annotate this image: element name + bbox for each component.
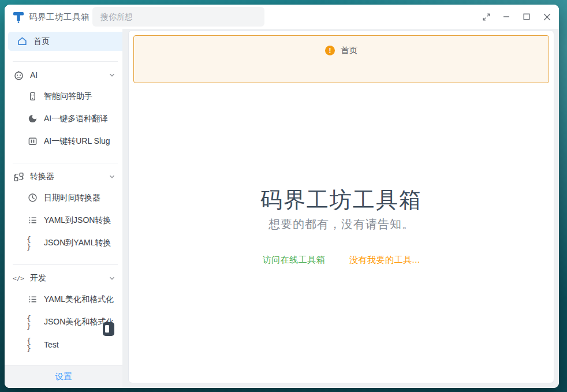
braces-icon: { } [27,237,38,249]
maximize-button[interactable] [521,12,532,22]
minimize-icon [502,13,510,21]
columns-icon [27,136,38,147]
robot-icon [13,69,24,81]
sidebar-item-ai-multilang-translate[interactable]: AI一键多语种翻译 [5,107,122,130]
sidebar-item-label: 首页 [33,36,50,47]
sidebar-item-label: Test [44,340,59,349]
titlebar: 码界工坊工具箱 [5,5,559,29]
sidebar-item-label: 智能问答助手 [44,91,92,102]
sidebar-item-label: YAML到JSON转换 [44,215,111,226]
sidebar-divider [13,61,118,62]
sidebar-item-yaml-to-json[interactable]: YAML到JSON转换 [5,209,122,232]
search-input[interactable] [92,7,264,27]
braces-icon: { } [27,316,38,328]
sidebar-section-converters[interactable]: 转换器 [5,167,122,186]
chevron-down-icon [109,173,115,180]
floating-handle[interactable] [103,322,114,336]
sidebar-item-datetime-converter[interactable]: 日期时间转换器 [5,186,122,209]
missing-tool-link[interactable]: 没有我要的工具... [349,255,420,266]
sidebar-item-home[interactable]: 首页 [8,32,122,51]
chevron-down-icon [109,72,115,79]
sidebar-item-label: 日期时间转换器 [44,193,100,203]
app-logo-icon [13,10,25,24]
hero-section: 码界工坊工具箱 想要的都有，没有请告知。 访问在线工具箱没有我要的工具... [129,31,554,383]
hero-subtitle: 想要的都有，没有请告知。 [129,216,554,232]
sidebar-item-ai-url-slug[interactable]: AI一键转URL Slug [5,130,122,152]
sidebar-divider [13,264,118,265]
sidebar-section-dev[interactable]: </>开发 [5,268,122,288]
settings-label: 设置 [55,371,72,382]
sidebar-section-ai[interactable]: AI [5,65,122,85]
sidebar-item-json-to-yaml[interactable]: { }JSON到YAML转换 [5,232,122,254]
home-icon [16,36,28,47]
sidebar-item-label: JSON到YAML转换 [44,238,111,248]
sidebar-item-label: AI一键多语种翻译 [44,114,108,124]
phone-icon [27,91,38,102]
close-button[interactable] [542,12,552,22]
app-title: 码界工坊工具箱 [29,12,89,23]
hero-title: 码界工坊工具箱 [129,185,554,215]
sidebar-item-label: AI一键转URL Slug [44,136,110,147]
section-label: AI [30,70,38,80]
chevron-down-icon [109,275,115,282]
main-panel: ! 首页 码界工坊工具箱 想要的都有，没有请告知。 访问在线工具箱没有我要的工具… [128,30,554,383]
sidebar: 首页AI智能问答助手AI一键多语种翻译AI一键转URL Slug转换器日期时间转… [5,29,122,388]
moon-icon [27,113,38,125]
sidebar-item-label: YAML美化和格式化 [44,294,114,305]
section-label: 开发 [30,273,46,283]
code-icon: </> [13,272,24,284]
app-window: 码界工坊工具箱 首页AI智能问答助手AI一键多语种翻译AI一键转URL Slug… [5,5,559,388]
list-icon [27,294,38,305]
sidebar-item-ai-qa-assistant[interactable]: 智能问答助手 [5,85,122,107]
sidebar-nav: 首页AI智能问答助手AI一键多语种翻译AI一键转URL Slug转换器日期时间转… [5,29,122,365]
maximize-icon [523,13,531,21]
list-icon [27,215,38,226]
hero-links: 访问在线工具箱没有我要的工具... [129,255,554,266]
sidebar-divider [13,163,118,163]
clock-icon [27,192,38,204]
braces-icon: { } [27,339,38,350]
section-label: 转换器 [30,171,54,182]
close-icon [543,13,551,21]
expand-icon [482,13,491,21]
sidebar-item-yaml-beautify[interactable]: YAML美化和格式化 [5,288,122,311]
settings-button[interactable]: 设置 [5,365,122,388]
window-controls [481,5,552,29]
sidebar-item-test[interactable]: { }Test [5,333,122,356]
transform-icon [13,171,24,182]
content-area: 首页AI智能问答助手AI一键多语种翻译AI一键转URL Slug转换器日期时间转… [5,29,559,388]
minimize-button[interactable] [501,12,512,22]
visit-online-toolbox-link[interactable]: 访问在线工具箱 [262,255,325,266]
expand-button[interactable] [481,12,491,22]
